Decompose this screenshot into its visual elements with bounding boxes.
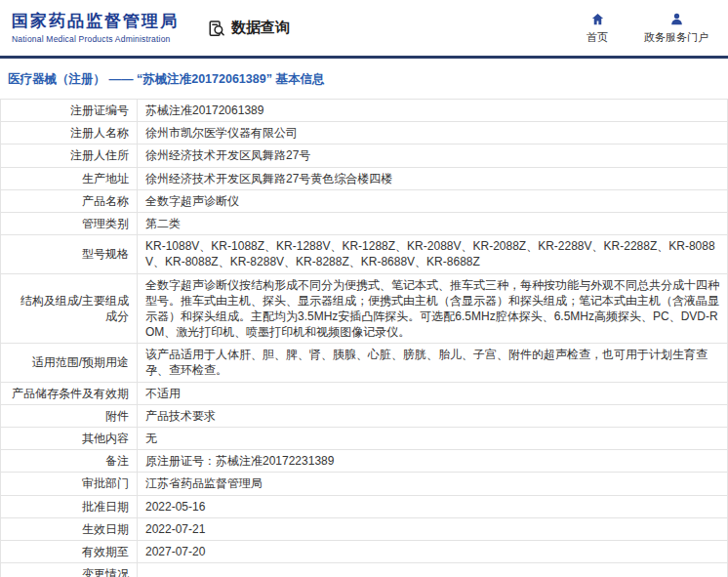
table-row: 管理类别第二类 bbox=[1, 212, 728, 234]
row-value: 全数字超声诊断仪按结构形成不同分为便携式、笔记本式、推车式三种，每种按功能与外观… bbox=[138, 273, 728, 344]
brand-title-cn: 国家药品监督管理局 bbox=[12, 12, 179, 31]
row-label: 其他内容 bbox=[1, 428, 138, 450]
row-value: 第二类 bbox=[138, 212, 728, 234]
table-row: 其他内容无 bbox=[1, 428, 728, 450]
row-label: 批准日期 bbox=[1, 495, 138, 517]
row-label: 附件 bbox=[1, 404, 138, 427]
row-value: 徐州市凯尔医学仪器有限公司 bbox=[138, 122, 728, 144]
table-row: 注册证编号苏械注准20172061389 bbox=[1, 100, 728, 122]
row-label: 适用范围/预期用途 bbox=[1, 344, 138, 382]
table-row: 产品储存条件及有效期不适用 bbox=[1, 382, 728, 404]
row-label: 注册人名称 bbox=[1, 122, 138, 144]
table-row: 产品名称全数字超声诊断仪 bbox=[1, 189, 728, 212]
user-icon bbox=[669, 12, 684, 26]
nav-portal-label: 政务服务门户 bbox=[644, 30, 708, 45]
page: 国家药品监督管理局 National Medical Products Admi… bbox=[0, 0, 728, 577]
nav-home[interactable]: 首页 bbox=[580, 12, 615, 45]
row-value: 产品技术要求 bbox=[138, 404, 728, 427]
row-label: 变更情况 bbox=[1, 563, 138, 577]
row-label: 备注 bbox=[1, 450, 138, 473]
data-query-icon bbox=[208, 20, 225, 37]
nav-home-label: 首页 bbox=[586, 30, 608, 45]
registration-info-table: 注册证编号苏械注准20172061389注册人名称徐州市凯尔医学仪器有限公司注册… bbox=[0, 99, 728, 577]
row-value: 2027-07-20 bbox=[138, 540, 728, 562]
row-value: 2022-05-16 bbox=[138, 495, 728, 517]
table-row: 型号规格KR-1088V、KR-1088Z、KR-1288V、KR-1288Z、… bbox=[1, 235, 728, 273]
row-label: 产品储存条件及有效期 bbox=[1, 382, 138, 404]
table-row: 附件产品技术要求 bbox=[1, 404, 728, 427]
row-value: 该产品适用于人体肝、胆、脾、肾、胰腺、心脏、膀胱、胎儿、子宫、附件的超声检查，也… bbox=[138, 344, 728, 382]
row-label: 产品名称 bbox=[1, 189, 138, 212]
site-header: 国家药品监督管理局 National Medical Products Admi… bbox=[0, 0, 728, 56]
nav-portal[interactable]: 政务服务门户 bbox=[644, 12, 708, 45]
brand: 国家药品监督管理局 National Medical Products Admi… bbox=[12, 12, 179, 43]
row-label: 生产地址 bbox=[1, 167, 138, 189]
row-value: 全数字超声诊断仪 bbox=[138, 189, 728, 212]
row-label: 结构及组成/主要组成成分 bbox=[1, 273, 138, 344]
table-row: 注册人名称徐州市凯尔医学仪器有限公司 bbox=[1, 122, 728, 144]
table-row: 有效期至2027-07-20 bbox=[1, 540, 728, 562]
row-value: 无 bbox=[138, 428, 728, 450]
info-table-body: 注册证编号苏械注准20172061389注册人名称徐州市凯尔医学仪器有限公司注册… bbox=[1, 100, 728, 577]
table-row: 生效日期2022-07-21 bbox=[1, 517, 728, 540]
row-value: 徐州经济技术开发区凤舞路27号黄色综合楼四楼 bbox=[138, 167, 728, 189]
home-icon bbox=[590, 12, 605, 26]
table-row: 变更情况 bbox=[1, 563, 728, 577]
row-value bbox=[138, 563, 728, 577]
table-row: 批准日期2022-05-16 bbox=[1, 495, 728, 517]
row-value: 江苏省药品监督管理局 bbox=[138, 473, 728, 495]
row-value: KR-1088V、KR-1088Z、KR-1288V、KR-1288Z、KR-2… bbox=[138, 235, 728, 273]
row-value: 徐州经济技术开发区凤舞路27号 bbox=[138, 144, 728, 167]
row-value: 不适用 bbox=[138, 382, 728, 404]
table-row: 注册人住所徐州经济技术开发区凤舞路27号 bbox=[1, 144, 728, 167]
section-title: 数据查询 bbox=[208, 19, 290, 37]
row-label: 注册人住所 bbox=[1, 144, 138, 167]
section-title-label: 数据查询 bbox=[231, 19, 290, 37]
row-label: 型号规格 bbox=[1, 235, 138, 273]
row-label: 有效期至 bbox=[1, 540, 138, 562]
row-value: 苏械注准20172061389 bbox=[138, 100, 728, 122]
row-label: 注册证编号 bbox=[1, 100, 138, 122]
brand-title-en: National Medical Products Administration bbox=[12, 34, 179, 44]
row-label: 审批部门 bbox=[1, 473, 138, 495]
table-row: 生产地址徐州经济技术开发区凤舞路27号黄色综合楼四楼 bbox=[1, 167, 728, 189]
row-value: 2022-07-21 bbox=[138, 517, 728, 540]
breadcrumb: 医疗器械（注册） —— “苏械注准20172061389” 基本信息 bbox=[0, 59, 728, 99]
header-nav: 首页 政务服务门户 bbox=[580, 12, 716, 45]
row-value: 原注册证号：苏械注准20172231389 bbox=[138, 450, 728, 473]
row-label: 生效日期 bbox=[1, 517, 138, 540]
row-label: 管理类别 bbox=[1, 212, 138, 234]
table-row: 适用范围/预期用途该产品适用于人体肝、胆、脾、肾、胰腺、心脏、膀胱、胎儿、子宫、… bbox=[1, 344, 728, 382]
table-row: 审批部门江苏省药品监督管理局 bbox=[1, 473, 728, 495]
table-row: 备注原注册证号：苏械注准20172231389 bbox=[1, 450, 728, 473]
table-row: 结构及组成/主要组成成分全数字超声诊断仪按结构形成不同分为便携式、笔记本式、推车… bbox=[1, 273, 728, 344]
